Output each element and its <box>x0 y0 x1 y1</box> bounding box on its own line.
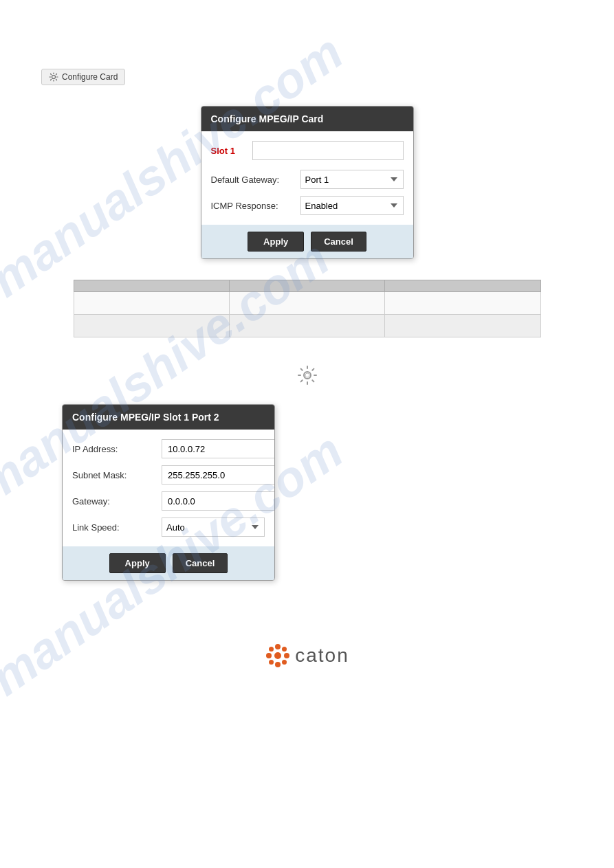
caton-logo: caton <box>265 643 349 669</box>
gateway-row: Gateway: <box>72 491 265 511</box>
link-speed-row: Link Speed: Auto 10 Mbps 100 Mbps 1 Gbps <box>72 518 265 537</box>
table-cell-1-1 <box>74 292 229 315</box>
dialog1-apply-button[interactable]: Apply <box>248 232 304 252</box>
svg-point-5 <box>275 662 281 667</box>
dialog1-footer: Apply Cancel <box>201 225 413 258</box>
dialog1-cancel-button[interactable]: Cancel <box>311 232 366 252</box>
ip-address-label: IP Address: <box>72 444 162 454</box>
gear-large-icon <box>297 368 318 390</box>
icmp-label: ICMP Response: <box>211 201 300 211</box>
gear-center <box>41 365 573 390</box>
default-gateway-label: Default Gateway: <box>211 175 300 185</box>
dialog2-apply-button[interactable]: Apply <box>109 553 166 573</box>
dialog1-body: Slot 1 Default Gateway: Port 1 Port 2 IC… <box>201 131 413 215</box>
table-row <box>74 292 540 315</box>
gear-icon <box>49 72 58 82</box>
svg-point-7 <box>284 653 289 658</box>
caton-icon <box>265 643 291 669</box>
icmp-row: ICMP Response: Enabled Disabled <box>211 196 404 215</box>
dialog2-footer: Apply Cancel <box>63 546 274 580</box>
dialog1-title: Configure MPEG/IP Card <box>201 107 413 131</box>
dialog2-body: IP Address: Subnet Mask: Gateway: Link S… <box>63 430 274 537</box>
gateway-label: Gateway: <box>72 496 162 507</box>
link-speed-select[interactable]: Auto 10 Mbps 100 Mbps 1 Gbps <box>162 518 265 537</box>
subnet-row: Subnet Mask: <box>72 465 265 485</box>
link-speed-label: Link Speed: <box>72 522 162 533</box>
configure-card-dialog: Configure MPEG/IP Card Slot 1 Default Ga… <box>201 106 414 259</box>
svg-point-2 <box>305 373 309 377</box>
svg-point-0 <box>52 76 56 79</box>
configure-card-label: Configure Card <box>62 72 118 82</box>
logo-section: caton <box>41 643 573 671</box>
caton-text: caton <box>295 645 349 667</box>
table-header-col1 <box>74 280 229 292</box>
table-cell-1-2 <box>229 292 384 315</box>
dialog2-wrapper: Configure MPEG/IP Slot 1 Port 2 IP Addre… <box>41 404 573 601</box>
data-table <box>74 280 541 337</box>
slot-input[interactable] <box>252 141 404 160</box>
svg-point-8 <box>269 647 274 652</box>
gateway-input[interactable] <box>162 491 275 511</box>
subnet-input[interactable] <box>162 465 275 485</box>
svg-point-4 <box>275 644 281 649</box>
slot-label: Slot 1 <box>211 146 245 156</box>
table-cell-2-1 <box>74 315 229 337</box>
subnet-label: Subnet Mask: <box>72 470 162 480</box>
svg-point-10 <box>282 647 287 652</box>
table-cell-2-3 <box>385 315 540 337</box>
table-cell-1-3 <box>385 292 540 315</box>
ip-address-input[interactable] <box>162 439 275 458</box>
icmp-select[interactable]: Enabled Disabled <box>300 196 404 215</box>
table-header-col3 <box>385 280 540 292</box>
configure-card-button[interactable]: Configure Card <box>41 69 125 85</box>
default-gateway-row: Default Gateway: Port 1 Port 2 <box>211 170 404 189</box>
dialog2-title: Configure MPEG/IP Slot 1 Port 2 <box>63 405 274 430</box>
configure-port-dialog: Configure MPEG/IP Slot 1 Port 2 IP Addre… <box>62 404 275 581</box>
svg-point-3 <box>274 652 281 659</box>
ip-address-row: IP Address: <box>72 439 265 458</box>
svg-point-11 <box>269 660 274 665</box>
table-header-row <box>74 280 540 292</box>
slot-row: Slot 1 <box>211 141 404 160</box>
dialog2-cancel-button[interactable]: Cancel <box>173 553 228 573</box>
default-gateway-select[interactable]: Port 1 Port 2 <box>300 170 404 189</box>
table-row <box>74 315 540 337</box>
table-cell-2-2 <box>229 315 384 337</box>
svg-point-9 <box>282 660 287 665</box>
svg-point-6 <box>266 653 272 658</box>
table-header-col2 <box>229 280 384 292</box>
